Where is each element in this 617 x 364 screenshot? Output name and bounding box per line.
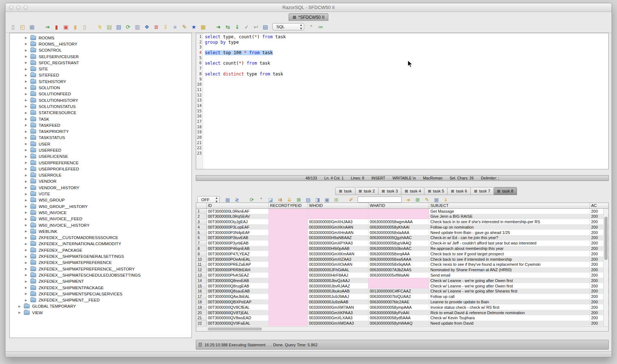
tab-close-icon[interactable]: ⊠	[428, 189, 431, 194]
table-cell[interactable]: 0033000000GmXKPAA3	[307, 310, 368, 315]
disclosure-triangle-icon[interactable]: ▶	[25, 286, 30, 289]
disclosure-triangle-icon[interactable]: ▶	[25, 230, 30, 233]
table-cell[interactable]: Need update from Bain - gave go ahead 1/…	[429, 230, 590, 235]
tree-item[interactable]: ▶TASKFEED	[10, 122, 191, 128]
row-number-cell[interactable]: 10	[196, 256, 206, 262]
column-header[interactable]: SUBJECT	[429, 203, 590, 208]
table-cell[interactable]	[268, 235, 307, 240]
copy-table-icon[interactable]: ▣	[62, 23, 70, 31]
row-number-cell[interactable]: 9	[196, 251, 206, 256]
table-cell[interactable]: 00630000007bIQUAA2	[368, 294, 429, 299]
tab-close-icon[interactable]: ⊠	[382, 189, 385, 194]
table-cell[interactable]	[268, 214, 307, 219]
table-cell[interactable]: Check-in w/ Ed - can he join this year?	[429, 235, 590, 240]
tree-item[interactable]: ▶TASKSTATUS	[10, 135, 191, 141]
column-split-icon[interactable]: ⇊	[285, 196, 294, 203]
find-next-icon[interactable]: ➜	[404, 196, 413, 203]
disclosure-triangle-icon[interactable]: ▶	[25, 49, 30, 52]
table-cell[interactable]: 0033000000JbvQzAAJ	[307, 278, 368, 283]
column-list-icon[interactable]: ≣	[152, 23, 160, 31]
disclosure-triangle-icon[interactable]: ▶	[25, 61, 30, 64]
table-cell[interactable]: 00T3000000P47LYEAZ	[206, 251, 268, 256]
add-bookmark-icon[interactable]: ▮	[52, 23, 61, 31]
table-cell[interactable]	[268, 240, 307, 246]
tab-close-icon[interactable]: ⊠	[339, 189, 342, 194]
new-file-icon[interactable]: ▯	[9, 23, 17, 31]
tree-item[interactable]: ▶VENDOR__HISTORY	[10, 185, 191, 191]
tab-close-icon[interactable]: ⊠	[474, 189, 477, 194]
disclosure-triangle-icon[interactable]: ▶	[25, 273, 30, 277]
disclosure-triangle-icon[interactable]: ▶	[25, 80, 30, 83]
disclosure-triangle-icon[interactable]: ▶	[18, 305, 24, 308]
table-cell[interactable]: 00T3000000QAeJbEAL	[206, 294, 268, 299]
row-number-cell[interactable]: 6	[196, 235, 206, 240]
disclosure-triangle-icon[interactable]: ▶	[25, 205, 30, 208]
results-vertical-scrollbar[interactable]	[603, 209, 608, 326]
db-object-icon[interactable]: ▯	[81, 23, 89, 31]
row-number-cell[interactable]: 20	[196, 310, 206, 315]
table-cell[interactable]: 00T3000000L0RqSEAV	[206, 214, 268, 219]
rollback-icon[interactable]: ↩	[252, 23, 260, 31]
table-cell[interactable]: 00T3000000QV8CfEAL	[206, 304, 268, 310]
table-cell[interactable]	[268, 283, 307, 289]
tree-item[interactable]: ▶USERLICENSE	[10, 153, 191, 160]
describe-table-icon[interactable]: ▤	[105, 23, 113, 31]
table-cell[interactable]: Re-approach about membership this year	[429, 246, 590, 251]
table-refresh-icon[interactable]: ⊞	[294, 196, 303, 203]
table-cell[interactable]	[268, 294, 307, 299]
tab-close-icon[interactable]: ⊠	[359, 189, 362, 194]
table-cell[interactable]: 0033000000H9aNBAAZ	[307, 235, 368, 240]
generate-ddl-icon[interactable]: ▧	[115, 23, 123, 31]
new-result-window-icon[interactable]: ◨	[313, 196, 322, 203]
table-cell[interactable]: Give Jenn a BIG RAISE	[429, 214, 590, 219]
scrollbar-thumb[interactable]	[208, 328, 262, 330]
table-cell[interactable]: Check back to see if good target prospec…	[429, 251, 590, 256]
disclosure-triangle-icon[interactable]: ▶	[25, 174, 30, 177]
tree-item[interactable]: ▶VOTE	[10, 191, 191, 197]
disclosure-triangle-icon[interactable]: ▶	[25, 148, 30, 152]
tree-item[interactable]: ▶TASKPRIORITY	[10, 128, 191, 134]
execute-lightning-icon[interactable]: ↯	[96, 23, 104, 31]
disclosure-triangle-icon[interactable]: ▶	[25, 299, 30, 302]
table-cell[interactable]: 00630000005S0bnAAC	[368, 246, 429, 251]
tree-item[interactable]: ▶STATICRESOURCE	[10, 110, 191, 116]
table-cell[interactable]: 0033000000Ju9J9AAJ	[307, 294, 368, 299]
row-number-cell[interactable]: 22	[196, 321, 206, 326]
title-bar[interactable]: RazorSQL - SFDCW50 II	[5, 3, 612, 12]
disclosure-triangle-icon[interactable]: ▶	[25, 224, 30, 227]
tree-item[interactable]: ▶W50_INVOICE	[10, 209, 191, 216]
tab-close-icon[interactable]: ⊠	[405, 189, 408, 194]
result-tab[interactable]: ⊠task 5	[424, 187, 448, 195]
table-cell[interactable]	[268, 230, 307, 235]
table-cell[interactable]	[307, 214, 368, 219]
minimize-window-icon[interactable]	[16, 5, 21, 10]
table-cell[interactable]: Follow up call	[429, 294, 590, 299]
table-cell[interactable]: 0013000000C4fFCAAZ	[368, 289, 429, 294]
tree-item[interactable]: ▶W50_GROUP	[10, 197, 191, 203]
tree-item[interactable]: ▶ZKFEDEX__SHIPMENT__FEED	[10, 297, 191, 303]
save-results-icon[interactable]: ▦	[223, 196, 232, 203]
disclosure-triangle-icon[interactable]: ▶	[25, 255, 30, 258]
table-cell[interactable]: 0033000000GmXOiAAN	[307, 262, 368, 267]
tree-item[interactable]: ▶SITEFEED	[10, 72, 191, 78]
table-cell[interactable]: 0033000000GmXLXAA3	[307, 315, 368, 321]
align-lines-icon[interactable]: ≡	[171, 23, 179, 31]
table-cell[interactable]: 0033000000JbvRJAAZ	[307, 283, 368, 289]
disclosure-triangle-icon[interactable]: ▶	[25, 55, 30, 58]
table-cell[interactable]: 0033000000GmXKmAAN	[307, 251, 368, 256]
save-edits-icon[interactable]: ▦	[432, 196, 441, 203]
table-cell[interactable]: 006300000058xrqAAA	[368, 251, 429, 256]
table-cell[interactable]: Check back in to see if she's interested…	[429, 219, 590, 225]
table-cell[interactable]: 0033000000JbukoAAB	[307, 289, 368, 294]
disclosure-triangle-icon[interactable]: ▶	[25, 211, 30, 214]
table-cell[interactable]: 00T3000000P46qnEAB	[206, 246, 268, 251]
tree-item[interactable]: ▶ZKFEDEX__SHIPMATESCHEDULEDJOBSSETTINGS	[10, 272, 191, 278]
row-number-cell[interactable]: 15	[196, 283, 206, 289]
disclosure-triangle-icon[interactable]: ▶	[25, 167, 30, 170]
table-cell[interactable]: Check w/ Leanne - we're going after Shea…	[429, 289, 590, 294]
scrollbar-thumb[interactable]	[604, 217, 608, 260]
table-cell[interactable]	[368, 208, 429, 214]
tree-item[interactable]: ▶SITE	[10, 66, 191, 72]
row-number-cell[interactable]: 5	[196, 230, 206, 235]
table-cell[interactable]: 00T3000000Q8sauEAB	[206, 289, 268, 294]
